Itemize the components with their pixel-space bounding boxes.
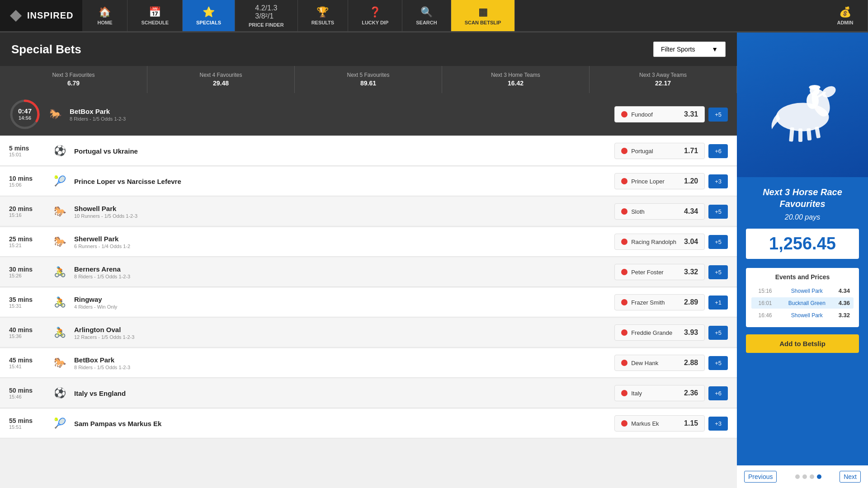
time-mins-1: 5 mins: [9, 145, 45, 152]
event-info-3: Showell Park 10 Runners - 1/5 Odds 1-2-3: [74, 205, 614, 219]
bet-area-7: Freddie Grande 3.93 +5: [614, 324, 728, 341]
fav-btn-next3[interactable]: Next 3 Favourites 6.79: [0, 66, 147, 93]
time-mins-7: 40 mins: [9, 326, 45, 333]
event-name-6: Ringway: [74, 296, 614, 303]
search-icon: 🔍: [420, 6, 433, 18]
horse-icon-4: 🐎: [51, 233, 69, 251]
time-mins-3: 20 mins: [9, 205, 45, 212]
nav-item-admin[interactable]: 💰 ADMIN: [823, 0, 868, 31]
event-details-live: 8 Riders - 1/5 Odds 1-2-3: [70, 116, 614, 122]
cycling-icon-3: 🚴: [51, 324, 69, 342]
fav-btn-next5[interactable]: Next 5 Favourites 89.61: [295, 66, 442, 93]
nav-item-results[interactable]: 🏆 RESULTS: [298, 0, 349, 31]
svg-point-10: [807, 93, 819, 109]
fav-btn-next3away[interactable]: Next 3 Away Teams 22.17: [590, 66, 737, 93]
bet-more-10[interactable]: +3: [708, 417, 728, 431]
bet-dot-9: [621, 390, 627, 396]
bet-more-1[interactable]: +6: [708, 144, 728, 158]
bet-more-6[interactable]: +1: [708, 296, 728, 310]
list-item: 15:16 Showell Park 4.34: [751, 285, 854, 296]
time-actual-8: 15:41: [9, 364, 45, 369]
bet-more-5[interactable]: +5: [708, 265, 728, 279]
right-panel: Next 3 Horse Race Favourites 20.00 pays …: [737, 33, 868, 488]
bet-odds-4: 3.04: [680, 238, 698, 246]
football-icon-1: ⚽: [51, 142, 69, 160]
event-details-8: 8 Riders - 1/5 Odds 1-2-3: [74, 365, 614, 370]
bet-area-8: Dew Hank 2.88 +5: [614, 355, 728, 371]
bet-name-5: Peter Foster: [631, 269, 680, 276]
nav-item-home[interactable]: 🏠 HOME: [82, 0, 127, 31]
fav-btn-next4[interactable]: Next 4 Favourites 29.48: [147, 66, 295, 93]
horse-icon: 🐎: [46, 105, 64, 123]
bet-favourite-10[interactable]: Markus Ek 1.15: [614, 415, 705, 432]
bet-favourite-6[interactable]: Frazer Smith 2.89: [614, 294, 705, 310]
bet-more-9[interactable]: +6: [708, 386, 728, 400]
add-betslip-button[interactable]: Add to Betslip: [746, 334, 859, 353]
nav-item-scan-betslip[interactable]: ▦ SCAN BETSLIP: [451, 0, 515, 31]
bet-more-2[interactable]: +3: [708, 174, 728, 188]
time-actual-6: 15:31: [9, 303, 45, 309]
event-name-10: Sam Pampas vs Markus Ek: [74, 420, 614, 427]
bet-favourite-3[interactable]: Sloth 4.34: [614, 203, 705, 220]
event-time-7: 40 mins 15:36: [9, 326, 45, 339]
bet-name-7: Freddie Grande: [631, 329, 680, 336]
bet-favourite-8[interactable]: Dew Hank 2.88: [614, 355, 705, 371]
bet-more-8[interactable]: +5: [708, 356, 728, 370]
bet-dot-6: [621, 299, 627, 305]
filter-chevron-icon: ▼: [712, 46, 718, 53]
nav-label-scan-betslip: SCAN BETSLIP: [465, 20, 501, 25]
nav-item-schedule[interactable]: 📅 SCHEDULE: [127, 0, 183, 31]
nav-item-specials[interactable]: ⭐ SPECIALS: [183, 0, 235, 31]
bet-favourite-7[interactable]: Freddie Grande 3.93: [614, 324, 705, 341]
table-row: 25 mins 15:21 🐎 Sherwell Park 6 Runners …: [0, 227, 737, 257]
bet-area-6: Frazer Smith 2.89 +1: [614, 294, 728, 310]
ep-time-0: 15:16: [755, 288, 775, 294]
event-info-10: Sam Pampas vs Markus Ek: [74, 420, 614, 427]
fav-btn-next3home[interactable]: Next 3 Home Teams 16.42: [442, 66, 590, 93]
event-info-7: Arlington Oval 12 Racers - 1/5 Odds 1-2-…: [74, 326, 614, 340]
time-actual-4: 15:21: [9, 243, 45, 248]
lucky-dip-icon: ❓: [369, 6, 381, 18]
bet-name-2: Prince Loper: [631, 178, 680, 185]
bet-more-4[interactable]: +5: [708, 235, 728, 249]
bet-favourite-9[interactable]: Italy 2.36: [614, 385, 705, 401]
bet-favourite-5[interactable]: Peter Foster 3.32: [614, 264, 705, 280]
special-bets-header: Special Bets Filter Sports ▼: [0, 33, 737, 66]
bet-odds-6: 2.89: [680, 298, 698, 306]
bet-more-3[interactable]: +5: [708, 205, 728, 219]
nav-label-lucky-dip: LUCKY DIP: [362, 20, 388, 25]
time-actual-10: 15:51: [9, 424, 45, 430]
bet-favourite-live[interactable]: Fundoof 3.31: [614, 106, 705, 122]
previous-button[interactable]: Previous: [744, 471, 777, 483]
bet-area-4: Racing Randolph 3.04 +5: [614, 234, 728, 250]
filter-sports-button[interactable]: Filter Sports ▼: [653, 42, 726, 57]
table-row: 50 mins 15:46 ⚽ Italy vs England Italy 2…: [0, 379, 737, 408]
fav-val-next4: 29.48: [152, 79, 290, 88]
filter-sports-label: Filter Sports: [661, 46, 695, 53]
time-actual-5: 15:26: [9, 273, 45, 278]
time-mins-5: 30 mins: [9, 266, 45, 273]
bet-more-live[interactable]: +5: [708, 108, 728, 122]
bet-more-7[interactable]: +5: [708, 326, 728, 340]
fav-val-next3away: 22.17: [594, 79, 732, 88]
bet-favourite-1[interactable]: Portugal 1.71: [614, 143, 705, 159]
table-row: 5 mins 15:01 ⚽ Portugal vs Ukraine Portu…: [0, 136, 737, 166]
bet-favourite-2[interactable]: Prince Loper 1.20: [614, 173, 705, 189]
nav-item-price-finder[interactable]: 4.2/1.33/8²/1 PRICE FINDER: [235, 0, 298, 31]
next-button[interactable]: Next: [840, 471, 861, 483]
logo-text: INSPIRED: [27, 10, 73, 21]
bet-area-9: Italy 2.36 +6: [614, 385, 728, 401]
bet-dot-5: [621, 269, 627, 275]
ep-name-1: Bucknall Green: [775, 300, 839, 306]
bet-name-9: Italy: [631, 390, 680, 397]
nav-label-schedule: SCHEDULE: [141, 20, 169, 25]
fav-val-next5: 89.61: [299, 79, 437, 88]
time-actual-7: 15:36: [9, 333, 45, 339]
nav-item-search[interactable]: 🔍 SEARCH: [402, 0, 451, 31]
right-panel-content: Next 3 Horse Race Favourites 20.00 pays …: [737, 177, 868, 465]
nav-item-lucky-dip[interactable]: ❓ LUCKY DIP: [348, 0, 402, 31]
main-layout: Special Bets Filter Sports ▼ Next 3 Favo…: [0, 33, 868, 488]
bet-favourite-4[interactable]: Racing Randolph 3.04: [614, 234, 705, 250]
event-time-10: 55 mins 15:51: [9, 417, 45, 430]
right-panel-nav: Previous Next: [737, 465, 868, 488]
